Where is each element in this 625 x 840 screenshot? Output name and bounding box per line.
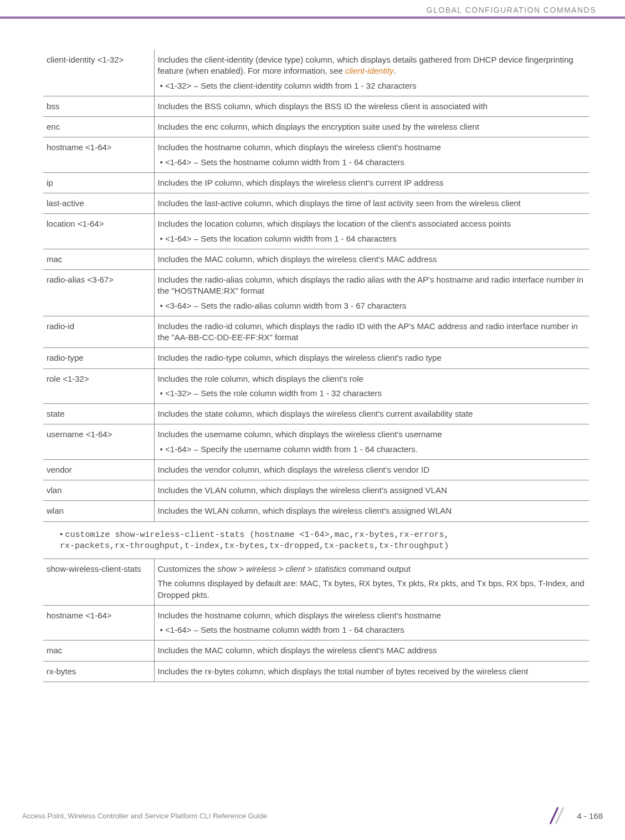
desc-cell: Includes the last-active column, which d…: [154, 193, 589, 214]
code-line-1: customize show-wireless-client-stats (ho…: [65, 530, 449, 540]
table-row: radio-alias <3-67>Includes the radio-ali…: [43, 270, 589, 316]
bullet-text: <1-64> – Sets the hostname column width …: [166, 157, 586, 168]
page-content: client-identity <1-32>Includes the clien…: [43, 50, 589, 682]
desc-cell: Includes the VLAN column, which displays…: [154, 480, 589, 501]
param-cell: role <1-32>: [43, 368, 154, 404]
table-row: show-wireless-client-statsCustomizes the…: [43, 559, 589, 606]
desc-cell: Includes the enc column, which displays …: [154, 117, 589, 137]
table-row: vendorIncludes the vendor column, which …: [43, 459, 589, 480]
table-row: radio-typeIncludes the radio-type column…: [43, 348, 589, 368]
desc-cell: Includes the location column, which disp…: [154, 214, 589, 249]
table-row: last-activeIncludes the last-active colu…: [43, 193, 589, 214]
param-cell: radio-alias <3-67>: [43, 270, 154, 316]
param-cell: radio-type: [43, 348, 154, 368]
desc-cell: Includes the role column, which displays…: [154, 368, 589, 404]
desc-cell: Includes the radio-id column, which disp…: [154, 316, 589, 348]
desc-cell: Includes the radio-type column, which di…: [154, 348, 589, 368]
desc-cell: Includes the IP column, which displays t…: [154, 172, 589, 193]
desc-text: Includes the state column, which display…: [158, 408, 586, 419]
slash-icon: [546, 805, 567, 826]
desc-cell: Includes the vendor column, which displa…: [154, 459, 589, 480]
param-cell: enc: [43, 117, 154, 137]
desc-line2: The columns displayed by default are: MA…: [158, 578, 586, 601]
bullet-text: <3-64> – Sets the radio-alias column wid…: [166, 300, 586, 311]
bullet-text: <1-64> – Sets the location column width …: [166, 233, 586, 244]
desc-cell: Includes the MAC column, which displays …: [154, 641, 589, 661]
desc-text: Includes the IP column, which displays t…: [158, 177, 586, 188]
page-footer: Access Point, Wireless Controller and Se…: [22, 805, 603, 826]
table-row: hostname <1-64>Includes the hostname col…: [43, 137, 589, 173]
param-cell: location <1-64>: [43, 214, 154, 249]
param-cell: mac: [43, 249, 154, 269]
desc-cell: Includes the rx-bytes column, which disp…: [154, 661, 589, 682]
desc-cell: Includes the radio-alias column, which d…: [154, 270, 589, 316]
desc-text: Includes the radio-type column, which di…: [158, 352, 586, 363]
table-row: bssIncludes the BSS column, which displa…: [43, 96, 589, 116]
param-cell: rx-bytes: [43, 661, 154, 682]
table-row: radio-idIncludes the radio-id column, wh…: [43, 316, 589, 348]
param-cell: vlan: [43, 480, 154, 501]
desc-text: Includes the enc column, which displays …: [158, 121, 586, 132]
param-cell: hostname <1-64>: [43, 605, 154, 641]
param-cell: bss: [43, 96, 154, 116]
link-text[interactable]: client-identity: [345, 66, 394, 75]
desc-text: Includes the location column, which disp…: [158, 218, 586, 229]
desc-text: Includes the hostname column, which disp…: [158, 142, 586, 153]
param-cell: vendor: [43, 459, 154, 480]
code-section: customize show-wireless-client-stats (ho…: [60, 529, 589, 552]
param-cell: client-identity <1-32>: [43, 50, 154, 96]
param-cell: username <1-64>: [43, 424, 154, 460]
param-cell: state: [43, 404, 154, 424]
param-cell: wlan: [43, 501, 154, 521]
header-rule-thin: [0, 18, 625, 19]
main-table-2: show-wireless-client-statsCustomizes the…: [43, 559, 589, 682]
page-number: 4 - 168: [577, 811, 603, 821]
table-row: client-identity <1-32>Includes the clien…: [43, 50, 589, 96]
desc-cell: Includes the client-identity (device typ…: [154, 50, 589, 96]
desc-text: Includes the MAC column, which displays …: [158, 254, 586, 265]
param-cell: ip: [43, 172, 154, 193]
desc-cell: Includes the state column, which display…: [154, 404, 589, 424]
table-row: encIncludes the enc column, which displa…: [43, 117, 589, 137]
desc-text: Includes the VLAN column, which displays…: [158, 485, 586, 496]
desc-text: Includes the username column, which disp…: [158, 429, 586, 440]
param-cell: mac: [43, 641, 154, 661]
desc-text: Includes the radio-alias column, which d…: [158, 274, 586, 297]
table-row: username <1-64>Includes the username col…: [43, 424, 589, 460]
param-cell: hostname <1-64>: [43, 137, 154, 173]
desc-cell: Includes the BSS column, which displays …: [154, 96, 589, 116]
bullet-text: <1-64> – Sets the hostname column width …: [166, 624, 586, 636]
desc-text: Includes the last-active column, which d…: [158, 198, 586, 209]
desc-text: Includes the radio-id column, which disp…: [158, 321, 586, 344]
table-row: wlanIncludes the WLAN column, which disp…: [43, 501, 589, 521]
table-row: stateIncludes the state column, which di…: [43, 404, 589, 424]
table-row: role <1-32>Includes the role column, whi…: [43, 368, 589, 404]
desc-text: Includes the hostname column, which disp…: [158, 610, 586, 621]
desc-cell: Customizes the show > wireless > client …: [154, 559, 589, 606]
param-cell: last-active: [43, 193, 154, 214]
desc-cell: Includes the username column, which disp…: [154, 424, 589, 460]
table-row: vlanIncludes the VLAN column, which disp…: [43, 480, 589, 501]
desc-cell: Includes the MAC column, which displays …: [154, 249, 589, 269]
desc-text: Includes the role column, which displays…: [158, 373, 586, 385]
desc-cell: Includes the hostname column, which disp…: [154, 605, 589, 641]
param-cell: radio-id: [43, 316, 154, 348]
header-rule-thick: [0, 17, 625, 18]
bullet-text: <1-64> – Specify the username column wid…: [166, 444, 586, 455]
desc-text: Includes the MAC column, which displays …: [158, 645, 586, 656]
desc-text: Includes the BSS column, which displays …: [158, 101, 586, 112]
footer-text: Access Point, Wireless Controller and Se…: [22, 812, 267, 820]
desc-text: Includes the WLAN column, which displays…: [158, 505, 586, 516]
bullet-text: <1-32> – Sets the role column width from…: [166, 388, 586, 399]
desc-text: Includes the rx-bytes column, which disp…: [158, 666, 586, 677]
desc-text: Includes the vendor column, which displa…: [158, 464, 586, 475]
desc-cell: Includes the hostname column, which disp…: [154, 137, 589, 173]
main-table-1: client-identity <1-32>Includes the clien…: [43, 50, 589, 522]
desc-text: Customizes the show > wireless > client …: [158, 564, 586, 575]
table-row: hostname <1-64>Includes the hostname col…: [43, 605, 589, 641]
page-header-text: GLOBAL CONFIGURATION COMMANDS: [427, 6, 596, 14]
desc-cell: Includes the WLAN column, which displays…: [154, 501, 589, 521]
param-cell: show-wireless-client-stats: [43, 559, 154, 606]
table-row: macIncludes the MAC column, which displa…: [43, 249, 589, 269]
bullet-text: <1-32> – Sets the client-identity column…: [166, 80, 586, 91]
